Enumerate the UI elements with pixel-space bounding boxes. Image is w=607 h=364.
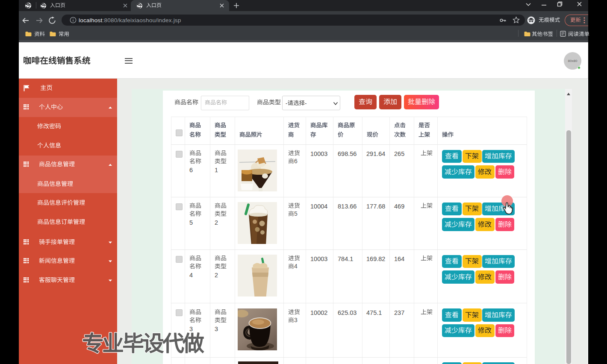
- svg-text:4: 4: [294, 263, 298, 270]
- svg-text:3: 3: [294, 317, 298, 323]
- svg-text:-: -: [305, 100, 307, 106]
- svg-text:5: 5: [294, 210, 298, 217]
- svg-text:6: 6: [294, 158, 298, 164]
- svg-text:-: -: [286, 100, 288, 106]
